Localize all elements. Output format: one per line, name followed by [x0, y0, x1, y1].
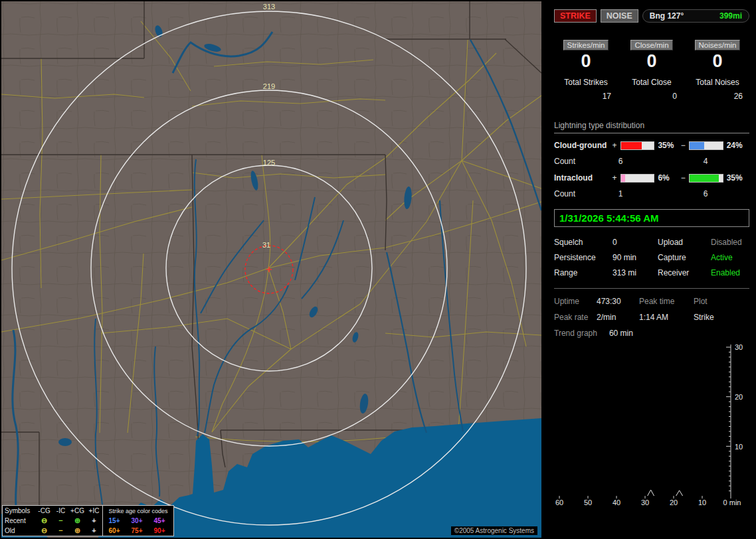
count-label: Count: [554, 189, 615, 198]
plot-label: Plot: [694, 297, 749, 306]
cg-negative-bar: [689, 141, 723, 150]
cg-negative-percent: 24%: [727, 141, 748, 150]
age-code-15: 15+: [103, 517, 126, 524]
stats-grid: Uptime 473:30 Peak time Plot Peak rate 2…: [554, 297, 749, 322]
count-label: Count: [554, 157, 615, 166]
close-per-min-value: 0: [620, 51, 684, 72]
legend-col-neg-ic: -IC: [52, 507, 69, 514]
old-pos-cg-symbol: ⊕: [69, 527, 86, 534]
age-code-90: 90+: [148, 527, 171, 534]
intracloud-row: Intracloud + 6% − 35%: [554, 173, 749, 183]
section-divider: [554, 288, 749, 289]
trend-graph-header: Trend graph 60 min: [554, 329, 749, 338]
age-code-75: 75+: [126, 527, 148, 534]
lightning-map[interactable]: 313 219 125 31 Symbols -CG -IC +CG +IC S…: [1, 1, 541, 538]
persistence-value: 90 min: [613, 253, 658, 262]
ic-positive-count: 1: [615, 189, 626, 198]
legend-old-row: Old ⊖ − ⊕ + 60+ 75+ 90+: [3, 526, 173, 536]
range-label: Range: [554, 268, 613, 277]
legend-row-label: Recent: [3, 517, 36, 524]
cg-negative-count: 4: [695, 157, 716, 166]
uptime-label: Uptime: [554, 297, 597, 306]
ic-positive-percent: 6%: [658, 173, 679, 183]
x-tick-10: 10: [698, 499, 706, 506]
ring-label-313: 313: [263, 3, 275, 11]
intracloud-counts: Count 1 6: [554, 189, 749, 198]
upload-status: Disabled: [711, 238, 749, 247]
minus-sign: −: [681, 173, 689, 183]
peak-rate-value: 2/min: [597, 313, 639, 322]
ic-negative-percent: 35%: [727, 173, 748, 183]
y-tick-30: 30: [735, 343, 743, 351]
ic-negative-bar: [689, 174, 723, 183]
ic-positive-bar: [620, 174, 654, 183]
squelch-label: Squelch: [554, 238, 613, 247]
ring-label-219: 219: [263, 82, 275, 90]
total-strikes-label: Total Strikes: [554, 78, 618, 87]
recent-pos-cg-symbol: ⊕: [69, 517, 86, 524]
cloud-ground-row: Cloud-ground + 35% − 24%: [554, 141, 749, 150]
x-tick-60: 60: [555, 499, 563, 506]
squelch-value: 0: [613, 238, 658, 247]
trend-marks: [559, 347, 731, 499]
legend-col-pos-cg: +CG: [69, 507, 86, 514]
receiver-status: Enabled: [711, 268, 749, 277]
trend-graph: 30 20 10 60 50 40 30 20 10 0 min: [554, 341, 753, 508]
plot-value: Strike: [694, 313, 749, 322]
total-strikes-value: 17: [554, 92, 618, 101]
mode-toolbar: STRIKE NOISE Bng 127° 399mi: [554, 9, 749, 23]
distribution-title: Lightning type distribution: [554, 121, 749, 133]
persistence-label: Persistence: [554, 253, 613, 262]
capture-label: Capture: [658, 253, 711, 262]
close-per-min-button[interactable]: Close/min: [630, 40, 672, 50]
cg-negative-bar-fill: [690, 142, 704, 149]
total-close-label: Total Close: [620, 78, 684, 87]
app-window: 313 219 125 31 Symbols -CG -IC +CG +IC S…: [0, 0, 756, 539]
legend-recent-row: Recent ⊖ − ⊕ + 15+ 30+ 45+: [3, 516, 173, 526]
minus-sign: −: [681, 141, 689, 150]
ic-positive-bar-fill: [621, 175, 625, 182]
legend-symbols-header: Symbols: [3, 507, 36, 514]
ic-negative-count: 6: [695, 189, 716, 198]
x-tick-30: 30: [641, 499, 649, 506]
x-tick-20: 20: [670, 499, 678, 506]
map-canvas: 313 219 125 31: [1, 1, 541, 538]
status-grid: Squelch 0 Upload Disabled Persistence 90…: [554, 238, 749, 277]
cg-positive-bar: [620, 141, 654, 150]
receiver-label: Receiver: [658, 268, 711, 277]
intracloud-label: Intracloud: [554, 173, 613, 183]
capture-status: Active: [711, 253, 749, 262]
ring-label-31: 31: [262, 241, 270, 249]
strike-mode-button[interactable]: STRIKE: [554, 9, 597, 23]
legend-col-pos-ic: +IC: [86, 507, 102, 514]
peak-time-label: Peak time: [639, 297, 694, 306]
legend-age-header: Strike age color codes: [103, 508, 173, 514]
upload-label: Upload: [658, 238, 711, 247]
y-tick-10: 10: [735, 443, 743, 451]
x-tick-40: 40: [613, 499, 620, 506]
legend-col-neg-cg: -CG: [36, 507, 52, 514]
bearing-distance: 399mi: [719, 11, 742, 21]
peak-rate-label: Peak rate: [554, 313, 597, 322]
cg-positive-percent: 35%: [658, 141, 679, 150]
noise-mode-button[interactable]: NOISE: [601, 9, 638, 23]
noises-per-min-button[interactable]: Noises/min: [695, 40, 741, 50]
old-pos-ic-symbol: +: [86, 527, 102, 534]
total-noises-label: Total Noises: [686, 78, 749, 87]
old-neg-cg-symbol: ⊖: [36, 527, 52, 534]
recent-pos-ic-symbol: +: [86, 517, 102, 524]
cg-positive-bar-fill: [621, 142, 642, 149]
recent-neg-ic-symbol: −: [52, 517, 69, 524]
cg-positive-count: 6: [615, 157, 626, 166]
copyright-notice: ©2005 Astrogenic Systems: [451, 526, 537, 535]
cloud-ground-label: Cloud-ground: [554, 141, 613, 150]
trend-axis-labels: 30 20 10 60 50 40 30 20 10 0 min: [555, 343, 743, 506]
noises-counter: Noises/min 0 Total Noises 26: [686, 40, 749, 101]
total-noises-value: 26: [686, 92, 749, 101]
close-counter: Close/min 0 Total Close 0: [620, 40, 684, 101]
trend-graph-label: Trend graph: [554, 329, 597, 338]
map-legend: Symbols -CG -IC +CG +IC Strike age color…: [2, 505, 174, 536]
side-panel: STRIKE NOISE Bng 127° 399mi Strikes/min …: [545, 0, 756, 539]
strikes-per-min-button[interactable]: Strikes/min: [563, 40, 609, 50]
x-origin-label: 0 min: [723, 499, 741, 506]
